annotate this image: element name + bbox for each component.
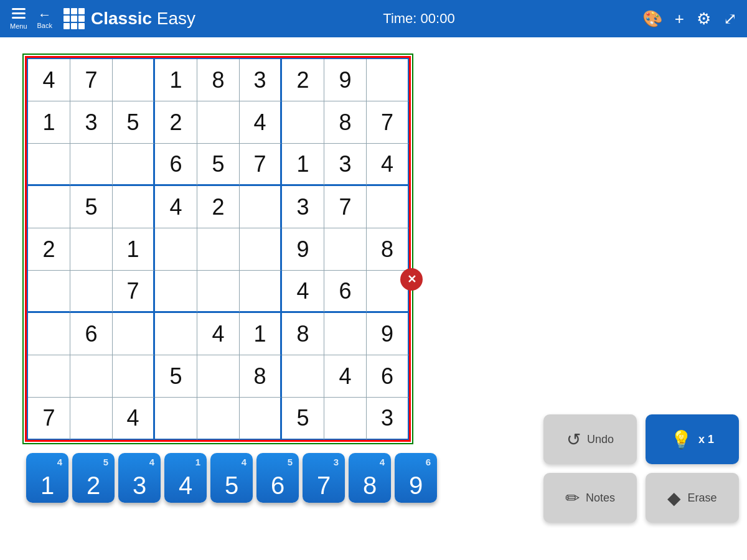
sudoku-cell[interactable]: 8 [197, 59, 240, 101]
sudoku-cell[interactable]: 8 [282, 313, 324, 355]
sudoku-cell[interactable]: 7 [240, 144, 282, 186]
sudoku-cell[interactable]: 4 [197, 313, 240, 355]
sudoku-cell[interactable]: 5 [282, 398, 324, 440]
sudoku-cell[interactable] [282, 355, 324, 398]
sudoku-cell[interactable] [113, 186, 155, 228]
sudoku-cell[interactable]: 3 [324, 144, 367, 186]
sudoku-cell[interactable]: 5 [113, 101, 155, 144]
sudoku-cell[interactable]: 7 [367, 101, 409, 144]
sudoku-cell[interactable]: 4 [324, 355, 367, 398]
erase-button[interactable]: ◆ Erase [646, 473, 739, 523]
number-button-2[interactable]: 5 2 [72, 453, 115, 503]
sudoku-cell[interactable] [70, 228, 113, 271]
sudoku-cell[interactable]: 7 [28, 398, 70, 440]
sudoku-cell[interactable] [197, 228, 240, 271]
sudoku-cell[interactable]: 5 [197, 144, 240, 186]
sudoku-cell[interactable]: 5 [155, 355, 197, 398]
sudoku-cell[interactable] [155, 271, 197, 313]
sudoku-cell[interactable] [367, 186, 409, 228]
sudoku-cell[interactable]: 9 [324, 59, 367, 101]
number-button-4[interactable]: 1 4 [164, 453, 207, 503]
number-button-5[interactable]: 4 5 [210, 453, 253, 503]
sudoku-cell[interactable]: 2 [197, 186, 240, 228]
sudoku-cell[interactable]: 1 [28, 101, 70, 144]
sudoku-cell[interactable]: 2 [282, 59, 324, 101]
number-button-3[interactable]: 4 3 [118, 453, 161, 503]
sudoku-cell[interactable]: 3 [367, 398, 409, 440]
sudoku-cell[interactable]: 3 [240, 59, 282, 101]
sudoku-cell[interactable]: 5 [70, 186, 113, 228]
sudoku-cell[interactable]: 8 [324, 101, 367, 144]
sudoku-cell[interactable]: 1 [282, 144, 324, 186]
sudoku-cell[interactable] [113, 144, 155, 186]
number-button-6[interactable]: 5 6 [256, 453, 299, 503]
sudoku-cell[interactable] [28, 313, 70, 355]
sudoku-cell[interactable]: 4 [240, 101, 282, 144]
sudoku-cell[interactable] [28, 144, 70, 186]
sudoku-cell[interactable]: 6 [324, 271, 367, 313]
sudoku-cell[interactable]: 4 [155, 186, 197, 228]
hint-button[interactable]: 💡 x 1 [646, 414, 739, 464]
sudoku-cell[interactable] [324, 313, 367, 355]
sudoku-cell[interactable]: 8 [240, 355, 282, 398]
expand-icon[interactable]: ⤢ [723, 9, 737, 29]
menu-button[interactable]: Menu [10, 8, 27, 30]
number-button-7[interactable]: 3 7 [303, 453, 345, 503]
sudoku-cell[interactable] [28, 355, 70, 398]
sudoku-cell[interactable]: 7 [324, 186, 367, 228]
sudoku-cell[interactable] [113, 355, 155, 398]
undo-button[interactable]: ↺ Undo [543, 414, 637, 464]
sudoku-cell[interactable] [240, 398, 282, 440]
sudoku-cell[interactable] [240, 186, 282, 228]
sudoku-cell[interactable]: 1 [155, 59, 197, 101]
sudoku-cell[interactable] [113, 59, 155, 101]
sudoku-cell[interactable] [282, 101, 324, 144]
notes-button[interactable]: ✏ Notes [543, 473, 637, 523]
sudoku-cell[interactable]: 4 [282, 271, 324, 313]
sudoku-cell[interactable] [197, 101, 240, 144]
sudoku-cell[interactable] [70, 144, 113, 186]
number-button-1[interactable]: 4 1 [26, 453, 68, 503]
sudoku-cell[interactable]: 6 [70, 313, 113, 355]
sudoku-cell[interactable]: 6 [155, 144, 197, 186]
sudoku-cell[interactable] [197, 355, 240, 398]
back-button[interactable]: ← Back [37, 8, 52, 29]
sudoku-cell[interactable]: 2 [155, 101, 197, 144]
sudoku-cell[interactable] [113, 313, 155, 355]
sudoku-cell[interactable]: 9 [282, 228, 324, 271]
sudoku-cell[interactable] [197, 271, 240, 313]
sudoku-cell[interactable]: 7 [70, 59, 113, 101]
plus-icon[interactable]: + [675, 9, 684, 29]
sudoku-cell[interactable] [197, 398, 240, 440]
sudoku-cell[interactable]: 4 [28, 59, 70, 101]
sudoku-cell[interactable] [28, 271, 70, 313]
sudoku-cell[interactable] [155, 228, 197, 271]
sudoku-cell[interactable] [240, 228, 282, 271]
number-button-8[interactable]: 4 8 [349, 453, 391, 503]
gear-icon[interactable]: ⚙ [697, 9, 711, 29]
sudoku-cell[interactable] [324, 398, 367, 440]
sudoku-cell[interactable] [240, 271, 282, 313]
sudoku-cell[interactable]: 1 [240, 313, 282, 355]
sudoku-cell[interactable] [324, 228, 367, 271]
error-x-button[interactable]: ✕ [400, 268, 423, 291]
sudoku-cell[interactable]: 2 [28, 228, 70, 271]
sudoku-cell[interactable]: 9 [367, 313, 409, 355]
sudoku-cell[interactable]: 6 [367, 355, 409, 398]
sudoku-cell[interactable]: 3 [70, 101, 113, 144]
palette-icon[interactable]: 🎨 [642, 9, 662, 29]
sudoku-cell[interactable] [367, 59, 409, 101]
sudoku-cell[interactable]: 7 [113, 271, 155, 313]
sudoku-cell[interactable] [155, 313, 197, 355]
sudoku-cell[interactable] [70, 271, 113, 313]
sudoku-cell[interactable] [70, 355, 113, 398]
number-button-9[interactable]: 6 9 [395, 453, 437, 503]
sudoku-cell[interactable] [70, 398, 113, 440]
sudoku-cell[interactable]: 8 [367, 228, 409, 271]
sudoku-cell[interactable]: 4 [113, 398, 155, 440]
sudoku-cell[interactable]: 1 [113, 228, 155, 271]
sudoku-cell[interactable] [155, 398, 197, 440]
sudoku-cell[interactable]: 3 [282, 186, 324, 228]
sudoku-cell[interactable] [28, 186, 70, 228]
sudoku-cell[interactable]: 4 [367, 144, 409, 186]
